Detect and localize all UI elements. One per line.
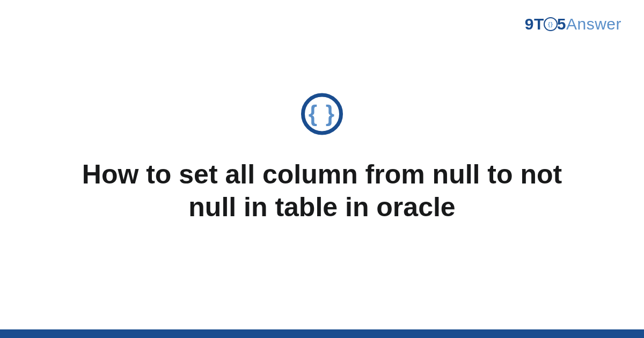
logo-text-5: 5 [557,15,566,33]
logo-circle-inner: {} [548,21,553,27]
code-braces-icon: { } [301,93,343,135]
logo-circle-icon: {} [544,17,558,31]
braces-glyph: { } [309,102,335,125]
main-content: { } How to set all column from null to n… [0,93,644,224]
footer-accent-bar [0,329,644,338]
logo-text-answer: Answer [566,15,621,33]
logo-text-9t: 9T [525,15,544,33]
site-logo: 9T{}5Answer [525,15,621,33]
page-title: How to set all column from null to not n… [64,158,580,224]
